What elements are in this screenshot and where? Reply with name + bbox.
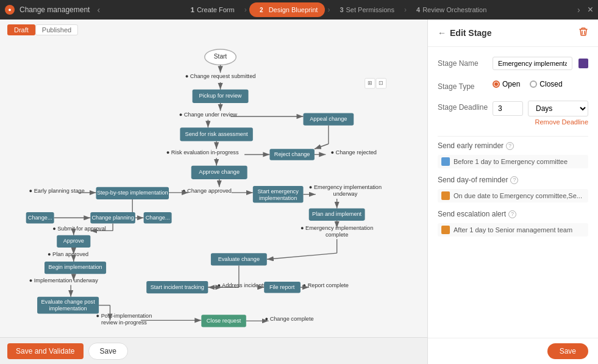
change-under-review-label: ● Change under review bbox=[179, 112, 238, 118]
tab-draft[interactable]: Draft bbox=[7, 24, 35, 35]
stage-name-field-label: Stage Name bbox=[438, 57, 493, 68]
right-panel-save-button[interactable]: Save bbox=[547, 343, 588, 359]
early-reminder-text: Before 1 day to Emergency committee bbox=[454, 158, 568, 165]
day-reminder-text: On due date to Emergency committee,Se... bbox=[454, 192, 582, 199]
step-4-label: Review Orchestration bbox=[422, 6, 486, 13]
start-emergency-label-2: implementation bbox=[259, 195, 297, 201]
plan-implement-label: Plan and implement bbox=[312, 211, 362, 217]
tab-published[interactable]: Published bbox=[35, 24, 78, 35]
remove-deadline-link[interactable]: Remove Deadline bbox=[535, 118, 588, 126]
step-2-num: 2 bbox=[257, 5, 266, 15]
delete-button[interactable] bbox=[578, 27, 588, 39]
arrow-23 bbox=[267, 253, 337, 259]
step-1-num: 1 bbox=[191, 6, 194, 13]
day-reminder-info-icon[interactable]: ? bbox=[510, 176, 518, 184]
escalation-icon bbox=[441, 226, 450, 234]
stage-color-picker[interactable] bbox=[578, 59, 588, 68]
close-request-label: Close request bbox=[207, 318, 241, 324]
step-3-num: 3 bbox=[340, 6, 343, 13]
arrow-appeal-down2 bbox=[315, 144, 329, 149]
main-container: Draft Published Start bbox=[0, 20, 598, 364]
escalation-info-icon[interactable]: ? bbox=[508, 210, 516, 218]
stage-type-field-label: Stage Type bbox=[438, 80, 493, 91]
top-bar: ● Change management ‹ 1 Create Form › 2 … bbox=[0, 0, 598, 20]
early-reminder-icon bbox=[441, 157, 450, 166]
radio-open[interactable]: Open bbox=[493, 80, 520, 88]
radio-closed-label: Closed bbox=[539, 80, 562, 88]
eval-post-label-2: implementation bbox=[49, 305, 87, 312]
radio-closed-dot bbox=[530, 80, 537, 88]
eval-post-label-1: Evaluate change post bbox=[41, 299, 95, 305]
stage-name-container bbox=[493, 57, 588, 70]
day-reminder-section-label: Send day-of reminder ? bbox=[438, 176, 588, 184]
early-reminder-info-icon[interactable]: ? bbox=[506, 142, 514, 150]
eval-change-label: Evaluate change bbox=[218, 256, 260, 262]
reject-change-label: Reject change bbox=[274, 151, 310, 157]
right-panel-footer: Save bbox=[428, 338, 598, 364]
app-title: Change management bbox=[20, 5, 90, 14]
approve-label: Approve bbox=[63, 238, 84, 244]
step-4[interactable]: 4 Review Orchestration bbox=[409, 4, 494, 16]
change-planning-label: Change planning bbox=[91, 215, 133, 221]
zoom-fit-icon: ⊞ bbox=[368, 80, 372, 86]
begin-impl-label: Begin implementation bbox=[48, 264, 102, 270]
day-reminder-label: Send day-of reminder bbox=[438, 176, 508, 184]
early-planning-label: ● Early planning stage bbox=[29, 188, 85, 194]
change-request-submitted-label: ● Change request submitted bbox=[185, 73, 256, 79]
flow-canvas[interactable]: Start ● Change request submitted Pickup … bbox=[0, 40, 427, 337]
start-incident-label: Start incident tracking bbox=[151, 284, 204, 290]
early-reminder-section-label: Send early reminder ? bbox=[438, 141, 588, 150]
step-3[interactable]: 3 Set Permissions bbox=[332, 4, 402, 16]
step-1[interactable]: 1 Create Form bbox=[183, 4, 242, 16]
day-reminder-item: On due date to Emergency committee,Se... bbox=[438, 189, 588, 202]
step-divider-3: › bbox=[404, 5, 407, 14]
change1-label: Change... bbox=[28, 215, 52, 221]
emergency-complete-label-2: complete bbox=[326, 232, 348, 238]
right-panel-body: Stage Name Stage Type Open Closed bbox=[428, 47, 598, 338]
escalation-section-label: Send escalation alert ? bbox=[438, 210, 588, 218]
stage-deadline-row: Stage Deadline Days Hours Remove Deadlin… bbox=[438, 101, 588, 126]
step-2[interactable]: 2 Design Blueprint bbox=[249, 2, 326, 17]
right-panel-header: ← Edit Stage bbox=[428, 20, 598, 47]
report-complete-label: ● Report complete bbox=[303, 282, 349, 288]
radio-closed[interactable]: Closed bbox=[530, 80, 562, 88]
stage-name-row: Stage Name bbox=[438, 57, 588, 70]
plan-approved-label: ● Plan approved bbox=[48, 251, 88, 257]
post-impl-label-2: review in-progress bbox=[101, 319, 147, 326]
escalation-item: After 1 day to Senior management team bbox=[438, 223, 588, 237]
post-impl-label-1: ● Post-implementation bbox=[96, 313, 152, 319]
close-button[interactable]: × bbox=[588, 4, 593, 15]
appeal-change-label: Appeal change bbox=[310, 116, 347, 122]
deadline-unit-select[interactable]: Days Hours bbox=[528, 101, 588, 116]
save-validate-button[interactable]: Save and Validate bbox=[7, 343, 84, 359]
send-risk-label: Send for risk assessment bbox=[185, 131, 248, 137]
stage-type-radio-group: Open Closed bbox=[493, 80, 563, 88]
step-by-step-label: Step-by-step implementation bbox=[97, 190, 168, 196]
remove-deadline-container: Remove Deadline bbox=[493, 118, 588, 126]
deadline-number-input[interactable] bbox=[493, 101, 523, 116]
nav-prev[interactable]: ‹ bbox=[94, 5, 102, 15]
nav-next[interactable]: › bbox=[575, 5, 583, 15]
change2-label: Change... bbox=[146, 215, 170, 221]
save-button[interactable]: Save bbox=[88, 343, 128, 360]
day-reminder-section: Send day-of reminder ? On due date to Em… bbox=[438, 176, 588, 202]
divider-1 bbox=[438, 136, 588, 137]
emergency-underway-label-1: ● Emergency implementation bbox=[309, 184, 382, 190]
stage-name-input[interactable] bbox=[493, 57, 572, 70]
step-divider-1: › bbox=[244, 5, 247, 14]
step-4-num: 4 bbox=[416, 6, 420, 13]
stage-deadline-field-label: Stage Deadline bbox=[438, 101, 493, 112]
back-button[interactable]: ← bbox=[438, 28, 446, 38]
pickup-review-label: Pickup for review bbox=[199, 93, 242, 99]
canvas-panel: Draft Published Start bbox=[0, 20, 427, 364]
day-reminder-icon bbox=[441, 191, 450, 200]
early-reminder-label: Send early reminder bbox=[438, 141, 504, 150]
change-rejected-label: ● Change rejected bbox=[331, 149, 377, 155]
zoom-icon: ⊡ bbox=[379, 80, 383, 86]
escalation-section: Send escalation alert ? After 1 day to S… bbox=[438, 210, 588, 237]
stage-type-row: Stage Type Open Closed bbox=[438, 80, 588, 91]
radio-open-dot bbox=[493, 80, 500, 88]
approve-change-label: Approve change bbox=[199, 169, 240, 175]
right-panel: ← Edit Stage Stage Name Stage Type bbox=[427, 20, 598, 364]
escalation-text: After 1 day to Senior management team bbox=[454, 226, 572, 234]
